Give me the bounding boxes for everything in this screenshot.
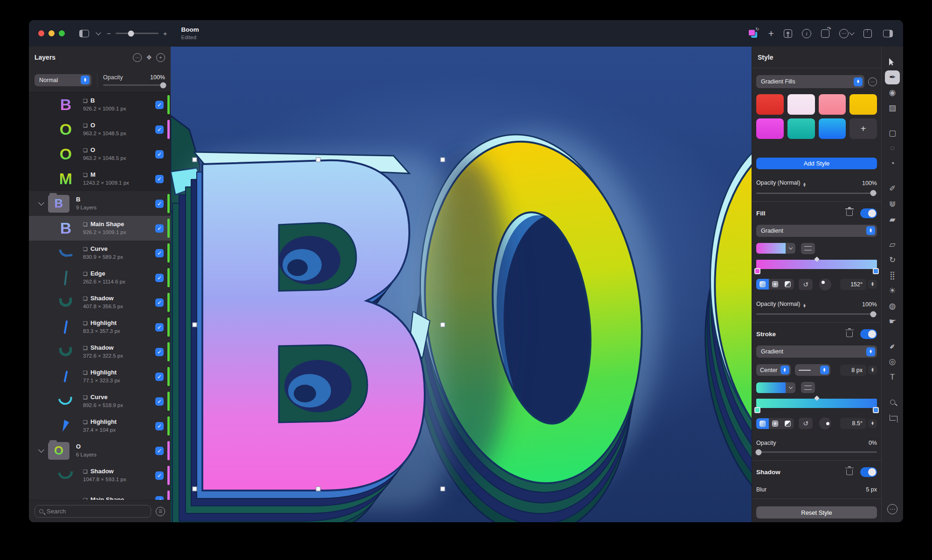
- shadow-toggle[interactable]: [860, 467, 877, 477]
- search-input[interactable]: Search: [35, 505, 151, 518]
- layer-visibility-checkbox[interactable]: ✓: [155, 373, 164, 381]
- fill-angle-dial[interactable]: [819, 278, 831, 290]
- chevron-down-icon[interactable]: [96, 30, 101, 35]
- reset-style-button[interactable]: Reset Style: [756, 506, 877, 519]
- add-style-button[interactable]: Add Style: [756, 158, 877, 169]
- fill-gradient-bar[interactable]: [756, 260, 877, 269]
- toggle-left-sidebar-button[interactable]: [78, 28, 90, 39]
- layer-visibility-checkbox[interactable]: ✓: [155, 249, 164, 257]
- gradient-midpoint-handle[interactable]: [814, 256, 819, 262]
- stroke-gradient-chip[interactable]: [756, 382, 795, 393]
- style-tool[interactable]: ✒: [885, 70, 900, 84]
- gradient-start-handle[interactable]: [754, 407, 760, 413]
- layer-row[interactable]: ❏Shadow 372.6 × 322.5 px ✓: [29, 339, 171, 364]
- fill-toggle[interactable]: [860, 208, 877, 218]
- zoom-slider[interactable]: [116, 33, 159, 34]
- slider-knob[interactable]: [756, 449, 762, 455]
- layer-row[interactable]: M ❏M 1243.2 × 1009.1 px ✓: [29, 166, 171, 191]
- layer-visibility-checkbox[interactable]: ✓: [155, 471, 164, 480]
- layer-visibility-checkbox[interactable]: ✓: [155, 447, 164, 455]
- rotate-canvas-button[interactable]: [821, 29, 829, 38]
- crop-tool[interactable]: [885, 410, 900, 424]
- style-swatch[interactable]: [819, 94, 846, 115]
- stroke-line-style-select[interactable]: ▲▼: [795, 364, 830, 376]
- stroke-opacity-slider[interactable]: [756, 451, 877, 453]
- gradient-midpoint-handle[interactable]: [814, 396, 819, 401]
- layer-visibility-checkbox[interactable]: ✓: [155, 200, 164, 208]
- layer-row[interactable]: ❏Highlight 37.4 × 104 px ✓: [29, 414, 171, 438]
- linear-gradient-button[interactable]: [756, 279, 769, 290]
- reverse-gradient-button[interactable]: ↺: [799, 418, 813, 429]
- selection-brush-tool[interactable]: ◔: [885, 157, 900, 171]
- layer-row[interactable]: ❏Shadow 407.8 × 356.5 px ✓: [29, 290, 171, 315]
- share-button[interactable]: [863, 29, 872, 38]
- stroke-gradient-settings-button[interactable]: [801, 382, 815, 393]
- layer-visibility-checkbox[interactable]: ✓: [155, 496, 164, 500]
- style-swatch[interactable]: [849, 94, 877, 115]
- angular-gradient-button[interactable]: [781, 418, 794, 429]
- canvas-artwork[interactable]: [171, 47, 752, 522]
- noise-tool[interactable]: ⣿: [885, 268, 900, 282]
- eraser-tool[interactable]: ▰: [885, 213, 900, 227]
- minimize-button[interactable]: [48, 30, 55, 36]
- canvas[interactable]: [171, 47, 752, 522]
- add-button[interactable]: +: [768, 28, 774, 39]
- layer-visibility-checkbox[interactable]: ✓: [155, 298, 164, 307]
- angular-gradient-button[interactable]: [781, 279, 794, 290]
- linear-gradient-button[interactable]: [756, 418, 769, 429]
- more-options-button[interactable]: ⋯: [839, 29, 854, 38]
- paint-bucket-tool[interactable]: ⋓: [885, 197, 900, 211]
- layer-visibility-checkbox[interactable]: ✓: [155, 323, 164, 332]
- layer-row[interactable]: ❏Shadow 1047.8 × 593.1 px ✓: [29, 463, 171, 488]
- slider-knob[interactable]: [870, 190, 877, 196]
- layer-row[interactable]: B ❏Main Shape 926.2 × 1009.1 px ✓: [29, 216, 171, 241]
- more-tools[interactable]: ⋯: [885, 502, 900, 516]
- angle-stepper[interactable]: ▲▼: [868, 419, 877, 428]
- layer-row[interactable]: B B 9 Layers ✓: [29, 191, 171, 216]
- zoom-out-button[interactable]: −: [107, 29, 111, 37]
- warp-tool[interactable]: ☛: [885, 314, 900, 328]
- blend-mode-select[interactable]: Normal ▲▼: [35, 74, 91, 86]
- style-swatch[interactable]: [787, 118, 815, 139]
- layer-row[interactable]: ❏Highlight 77.1 × 323.3 px ✓: [29, 364, 171, 389]
- info-button[interactable]: i: [802, 29, 811, 38]
- layers-more-button[interactable]: ⋯: [133, 53, 142, 62]
- artboard-profile-button[interactable]: [784, 29, 792, 38]
- layers-stack-icon[interactable]: ❖: [146, 54, 152, 61]
- style-swatch[interactable]: [819, 118, 846, 139]
- layer-visibility-checkbox[interactable]: ✓: [155, 150, 164, 159]
- zoom-slider-knob[interactable]: [128, 30, 134, 36]
- filter-button[interactable]: ☰: [156, 507, 165, 516]
- gradient-end-handle[interactable]: [873, 407, 879, 413]
- stroke-angle-field[interactable]: 8.5°: [840, 418, 866, 429]
- layer-row[interactable]: B ❏B 926.2 × 1009.1 px ✓: [29, 92, 171, 117]
- layer-visibility-checkbox[interactable]: ✓: [155, 125, 164, 134]
- delete-stroke-icon[interactable]: [846, 332, 853, 337]
- toggle-right-sidebar-button[interactable]: [882, 28, 894, 39]
- color-swap-button[interactable]: ↻: [747, 28, 759, 39]
- blend-mode-tool[interactable]: ◍: [885, 299, 900, 313]
- slider-knob[interactable]: [160, 82, 166, 88]
- paintbrush-tool[interactable]: ✐: [885, 182, 900, 196]
- add-layer-button[interactable]: +: [156, 53, 165, 62]
- style-swatch[interactable]: [756, 94, 784, 115]
- layer-visibility-checkbox[interactable]: ✓: [155, 101, 164, 109]
- blend-tool[interactable]: ◉: [885, 86, 900, 100]
- layer-visibility-checkbox[interactable]: ✓: [155, 422, 164, 430]
- zoom-in-button[interactable]: +: [163, 29, 167, 37]
- layer-opacity-slider[interactable]: [103, 84, 165, 86]
- text-tool[interactable]: T: [885, 370, 900, 384]
- fill-gradient-chip[interactable]: [756, 243, 795, 254]
- radial-gradient-button[interactable]: [769, 279, 781, 290]
- layer-visibility-checkbox[interactable]: ✓: [155, 175, 164, 183]
- layer-visibility-checkbox[interactable]: ✓: [155, 274, 164, 282]
- stroke-width-stepper[interactable]: ▲▼: [868, 366, 877, 374]
- gradient-settings-button[interactable]: [801, 243, 815, 254]
- marquee-select-tool[interactable]: ▢: [885, 126, 900, 140]
- style-opacity-slider[interactable]: [756, 193, 877, 194]
- lasso-tool[interactable]: ◌: [885, 141, 900, 155]
- select-tool[interactable]: [885, 55, 900, 69]
- stroke-width-field[interactable]: 8 px: [840, 365, 866, 376]
- style-preset-select[interactable]: Gradient Fills ▲▼: [756, 75, 864, 88]
- fill-opacity-slider[interactable]: [756, 313, 877, 315]
